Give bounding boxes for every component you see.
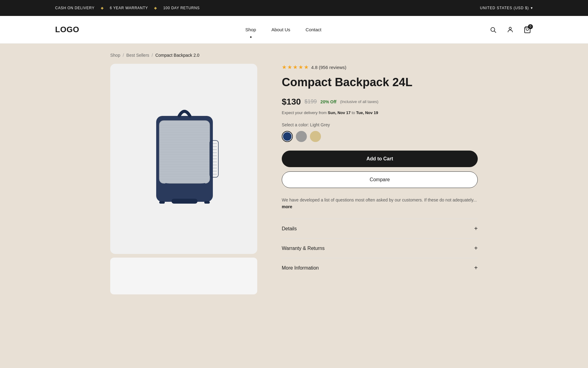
star-4: ★	[298, 64, 303, 71]
logo[interactable]: LOGO	[55, 25, 79, 34]
color-options	[282, 131, 478, 142]
banner-dot-2: ◆	[154, 6, 157, 10]
price-row: $130 $199 20% Off (Inclusive of all taxe…	[282, 97, 478, 107]
svg-line-1	[494, 31, 496, 33]
product-image-section	[110, 64, 257, 294]
header: LOGO Shop About Us Contact 0	[0, 16, 588, 44]
product-image-thumbnail[interactable]	[110, 258, 257, 294]
accordion-warranty[interactable]: Warranty & Returns +	[282, 238, 478, 258]
svg-rect-41	[172, 199, 198, 204]
svg-rect-43	[204, 201, 210, 204]
banner-feature-2: 6 YEAR WARRANTY	[110, 6, 148, 10]
add-to-cart-button[interactable]: Add to Cart	[282, 151, 478, 167]
main-nav: Shop About Us Contact	[245, 27, 321, 32]
chevron-down-icon: ▾	[531, 6, 533, 10]
accordion-warranty-title: Warranty & Returns	[282, 246, 325, 251]
product-image	[132, 79, 236, 239]
price-current: $130	[282, 97, 301, 107]
stars: ★ ★ ★ ★ ★	[282, 64, 309, 71]
plus-icon-more-info: +	[474, 264, 478, 271]
banner-feature-1: CASH ON DELIVERY	[55, 6, 95, 10]
product-layout: ★ ★ ★ ★ ★ 4.8 (956 reviews) Compact Back…	[110, 64, 478, 313]
accordion-details-title: Details	[282, 226, 297, 232]
accordion-more-info-header[interactable]: More Information +	[282, 264, 478, 271]
color-name: Light Grey	[310, 122, 330, 127]
banner-feature-3: 100 DAY RETURNS	[163, 6, 200, 10]
nav-shop[interactable]: Shop	[245, 27, 256, 32]
region-label: UNITED STATES (USD $)	[480, 6, 529, 10]
accordion-details-header[interactable]: Details +	[282, 225, 478, 232]
user-icon	[507, 26, 514, 33]
star-5: ★	[304, 64, 309, 71]
color-swatch-tan[interactable]	[310, 131, 321, 142]
nav-contact[interactable]: Contact	[306, 27, 322, 32]
banner-dot-1: ◆	[101, 6, 104, 10]
product-image-main	[110, 64, 257, 254]
cart-button[interactable]: 0	[522, 24, 533, 35]
svg-point-2	[509, 27, 511, 29]
color-label: Select a color: Light Grey	[282, 122, 478, 127]
search-icon	[490, 26, 496, 33]
price-original: $199	[304, 98, 317, 105]
color-swatch-navy[interactable]	[282, 131, 293, 142]
plus-icon-details: +	[474, 225, 478, 232]
svg-rect-42	[159, 201, 165, 204]
color-swatch-grey[interactable]	[296, 131, 307, 142]
breadcrumb-current: Compact Backpack 2.0	[155, 53, 199, 58]
breadcrumb-shop[interactable]: Shop	[110, 53, 120, 58]
rating-row: ★ ★ ★ ★ ★ 4.8 (956 reviews)	[282, 64, 478, 71]
faq-text: We have developed a list of questions mo…	[282, 197, 478, 210]
accordion-details[interactable]: Details +	[282, 219, 478, 238]
plus-icon-warranty: +	[474, 245, 478, 252]
breadcrumb-sep-1: /	[123, 53, 124, 58]
main-content: Shop / Best Sellers / Compact Backpack 2…	[104, 44, 484, 313]
banner-features: CASH ON DELIVERY ◆ 6 YEAR WARRANTY ◆ 100…	[55, 6, 200, 10]
tax-note: (Inclusive of all taxes)	[340, 99, 378, 104]
breadcrumb-best-sellers[interactable]: Best Sellers	[126, 53, 149, 58]
product-details: ★ ★ ★ ★ ★ 4.8 (956 reviews) Compact Back…	[282, 64, 478, 278]
more-link[interactable]: more	[282, 204, 292, 209]
delivery-to: Tue, Nov 19	[356, 110, 378, 115]
delivery-info: Expect your delivery from Sun, Nov 17 to…	[282, 110, 478, 115]
breadcrumb-sep-2: /	[152, 53, 153, 58]
rating-value: 4.8 (956 reviews)	[311, 65, 346, 70]
top-banner: CASH ON DELIVERY ◆ 6 YEAR WARRANTY ◆ 100…	[0, 0, 588, 16]
compare-button[interactable]: Compare	[282, 171, 478, 188]
star-3: ★	[293, 64, 298, 71]
product-title: Compact Backpack 24L	[282, 75, 478, 90]
accordion-more-info-title: More Information	[282, 265, 319, 271]
star-1: ★	[282, 64, 287, 71]
accordion-more-info[interactable]: More Information +	[282, 258, 478, 278]
nav-about[interactable]: About Us	[271, 27, 290, 32]
header-icons: 0	[488, 24, 533, 35]
delivery-from: Sun, Nov 17	[328, 110, 350, 115]
breadcrumb: Shop / Best Sellers / Compact Backpack 2…	[110, 44, 478, 64]
star-2: ★	[287, 64, 292, 71]
cart-count: 0	[528, 24, 533, 29]
account-button[interactable]	[505, 24, 516, 35]
search-button[interactable]	[488, 24, 499, 35]
region-selector[interactable]: UNITED STATES (USD $) ▾	[480, 6, 533, 10]
accordion-warranty-header[interactable]: Warranty & Returns +	[282, 245, 478, 252]
discount-badge: 20% Off	[320, 99, 336, 104]
